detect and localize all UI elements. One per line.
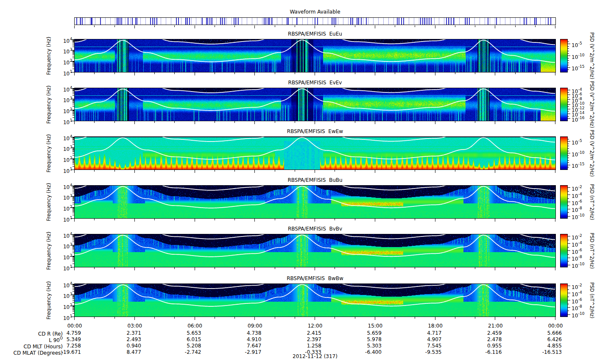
waveform-tick bbox=[74, 25, 75, 28]
waveform-event-mark bbox=[185, 18, 186, 25]
time-tick bbox=[74, 72, 75, 75]
waveform-event-mark bbox=[268, 18, 269, 25]
time-tick bbox=[395, 121, 395, 123]
date-label: 2012-11-12 (317) bbox=[75, 353, 555, 359]
time-axis-label: 03:00 bbox=[128, 323, 142, 329]
waveform-grid-line bbox=[130, 18, 131, 25]
waveform-grid-line bbox=[419, 18, 419, 25]
freq-tick-label: 102 bbox=[53, 303, 72, 310]
colorbar-major-tick bbox=[568, 314, 570, 315]
waveform-event-mark bbox=[137, 18, 137, 25]
time-tick bbox=[94, 121, 95, 123]
colorbar-tick-label: 10-2 bbox=[572, 283, 582, 290]
colorbar-gradient bbox=[561, 284, 567, 317]
waveform-grid-line bbox=[414, 18, 414, 25]
waveform-event-mark bbox=[496, 18, 497, 25]
waveform-event-mark bbox=[427, 18, 427, 25]
colorbar-minor-tick bbox=[568, 151, 569, 151]
freq-tick bbox=[71, 72, 74, 72]
time-tick bbox=[475, 170, 475, 172]
time-tick bbox=[375, 219, 375, 222]
waveform-grid-line bbox=[495, 18, 495, 25]
time-tick bbox=[555, 170, 555, 173]
panel-title: RBSPA/EMFISIS EwEw bbox=[75, 128, 555, 134]
time-tick bbox=[195, 317, 195, 320]
time-tick bbox=[315, 170, 315, 173]
waveform-event-mark bbox=[271, 18, 272, 25]
waveform-event-mark bbox=[526, 18, 527, 25]
time-tick bbox=[415, 170, 415, 172]
waveform-tick bbox=[154, 25, 155, 27]
waveform-event-mark bbox=[429, 18, 430, 25]
time-tick bbox=[535, 170, 536, 172]
waveform-event-mark bbox=[135, 18, 136, 25]
waveform-event-mark bbox=[120, 18, 120, 25]
time-tick bbox=[114, 267, 115, 269]
ephemeris-row-label: CD MLAT (Degrees) bbox=[0, 349, 63, 356]
spectrogram-image bbox=[75, 137, 555, 169]
waveform-event-mark bbox=[117, 18, 117, 25]
time-tick bbox=[94, 170, 95, 172]
waveform-grid-line bbox=[383, 18, 384, 25]
time-tick bbox=[134, 267, 135, 270]
time-tick bbox=[174, 219, 175, 220]
time-tick bbox=[335, 121, 335, 123]
waveform-grid-line bbox=[221, 18, 222, 25]
time-tick bbox=[315, 317, 315, 320]
freq-tick-label: 101 bbox=[53, 69, 72, 77]
freq-tick bbox=[71, 158, 74, 159]
waveform-event-mark bbox=[357, 18, 357, 25]
freq-tick bbox=[71, 256, 74, 256]
time-tick bbox=[555, 219, 555, 222]
waveform-grid-line bbox=[95, 18, 95, 25]
waveform-grid-line bbox=[525, 18, 525, 25]
time-tick bbox=[154, 170, 155, 172]
waveform-tick bbox=[535, 25, 536, 27]
time-tick bbox=[515, 170, 516, 172]
time-tick bbox=[254, 219, 255, 222]
colorbar-tick-label: 10-6 bbox=[572, 199, 582, 206]
colorbar bbox=[560, 88, 568, 121]
freq-tick-label: 102 bbox=[53, 107, 72, 114]
waveform-grid-line bbox=[297, 18, 298, 25]
waveform-grid-line bbox=[444, 18, 444, 25]
colorbar-major-tick bbox=[568, 293, 570, 293]
waveform-event-mark bbox=[335, 18, 336, 25]
colorbar-major-tick bbox=[568, 236, 570, 236]
time-tick bbox=[435, 317, 435, 320]
colorbar-tick-label: 10-6 bbox=[572, 247, 582, 255]
colorbar-minor-tick bbox=[568, 167, 569, 167]
waveform-tick bbox=[395, 25, 395, 27]
time-tick bbox=[455, 72, 455, 74]
time-tick bbox=[375, 72, 375, 75]
colorbar-tick-label: 10-10 bbox=[572, 150, 584, 158]
waveform-event-mark bbox=[350, 18, 351, 25]
time-axis-label: 21:00 bbox=[488, 323, 503, 329]
time-tick bbox=[495, 267, 495, 270]
waveform-grid-line bbox=[338, 18, 338, 25]
waveform-grid-line bbox=[85, 18, 85, 25]
waveform-tick bbox=[134, 25, 135, 28]
time-tick bbox=[154, 219, 155, 220]
time-tick bbox=[174, 72, 175, 74]
time-tick bbox=[94, 317, 95, 319]
plot-area bbox=[74, 39, 556, 72]
freq-tick bbox=[71, 317, 74, 317]
time-tick bbox=[415, 121, 415, 123]
time-tick bbox=[335, 317, 335, 319]
waveform-grid-line bbox=[216, 18, 217, 25]
waveform-event-mark bbox=[132, 18, 133, 25]
waveform-event-mark bbox=[358, 18, 359, 25]
time-tick bbox=[475, 121, 475, 123]
time-axis-label: 15:00 bbox=[368, 323, 383, 329]
time-tick bbox=[215, 267, 215, 269]
freq-tick bbox=[71, 61, 74, 61]
time-tick bbox=[195, 267, 195, 270]
colorbar-minor-tick bbox=[568, 42, 569, 42]
plot-area bbox=[74, 283, 556, 317]
ephemeris-value: 7.647 bbox=[247, 343, 261, 349]
waveform-event-mark bbox=[128, 18, 128, 25]
waveform-tick bbox=[375, 25, 375, 28]
freq-tick-label: 102 bbox=[53, 58, 72, 66]
time-tick bbox=[74, 317, 75, 320]
